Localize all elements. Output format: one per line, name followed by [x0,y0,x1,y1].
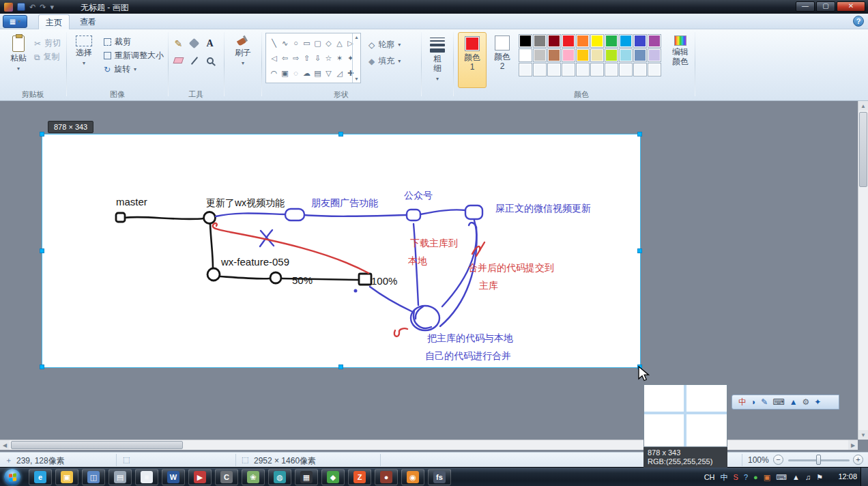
palette-swatch[interactable] [619,34,633,48]
magnifier-tool-icon[interactable] [207,57,214,64]
taskbar-app[interactable]: ▦ [295,469,318,485]
taskbar-app[interactable]: ◆ [321,469,345,485]
brushes-button[interactable]: 刷子 ▾ [228,32,258,88]
zoom-out-button[interactable]: − [773,455,783,465]
help-icon[interactable]: ? [853,16,864,27]
tray-icon[interactable]: S [734,473,738,481]
cut-button[interactable]: ✂剪切 [34,38,61,49]
menu-button[interactable]: ▦▾ [3,15,27,28]
palette-swatch[interactable] [590,63,604,76]
palette-swatch[interactable] [562,34,575,48]
tray-icon[interactable]: ▣ [764,473,770,482]
shape-option[interactable]: ⇦ [280,51,290,66]
selection-handle[interactable] [637,248,642,253]
palette-swatch[interactable] [519,48,532,62]
shape-option[interactable]: ▣ [280,66,290,81]
tray-icon[interactable]: ⌨ [776,473,787,482]
tab-view[interactable]: 查看 [72,14,104,29]
taskbar-app[interactable]: ▤ [108,469,132,485]
select-button[interactable]: 选择 ▾ [69,32,99,88]
horizontal-scrollbar[interactable]: ◀ ▶ [0,440,858,450]
langbar-icon[interactable]: ✦ [814,397,821,407]
color2-button[interactable]: 颜色2 [489,32,516,88]
pencil-tool-icon[interactable]: ✎ [175,38,183,49]
shape-option[interactable]: ▤ [313,66,323,81]
palette-swatch[interactable] [590,34,604,48]
taskbar-clock[interactable]: 12:08 [838,472,857,481]
rotate-button[interactable]: ↻旋转▾ [104,63,136,75]
shape-option[interactable]: ◠ [269,66,279,81]
selection-handle[interactable] [40,248,44,253]
shape-option[interactable]: ✶ [334,51,345,66]
tray-icon[interactable]: CH [704,473,715,481]
selection-handle[interactable] [338,364,343,369]
selection-handle[interactable] [637,132,642,137]
paste-button[interactable]: 粘贴 ▾ [3,32,33,88]
shape-option[interactable]: ☆ [323,51,334,66]
shape-option[interactable]: ▭ [302,35,312,51]
taskbar-app[interactable]: ▣ [55,469,78,485]
shapes-scroll[interactable]: ▲▼ [352,33,360,83]
zoom-in-button[interactable]: + [853,455,863,465]
palette-swatch[interactable] [547,48,561,62]
color1-button[interactable]: 颜色1 [458,32,487,88]
taskbar-app[interactable]: ≡ [135,469,158,485]
eraser-tool-icon[interactable] [173,57,184,63]
scroll-down-icon[interactable]: ▼ [858,430,868,440]
minimize-button[interactable]: — [796,1,815,12]
shape-option[interactable]: ◌ [291,66,301,81]
drawing-canvas[interactable]: master 更新了wx视频功能 wx-feature-059 50% 100%… [42,134,640,367]
palette-swatch[interactable] [633,63,647,76]
resize-button[interactable]: 重新调整大小 [104,50,164,61]
shape-option[interactable]: ◿ [334,66,345,81]
palette-swatch[interactable] [519,63,532,76]
taskbar-app[interactable]: ◉ [401,469,424,485]
scroll-right-icon[interactable]: ▶ [848,440,858,450]
app-icon[interactable] [4,3,13,12]
tray-icon[interactable]: ● [753,473,758,481]
taskbar-app[interactable]: Z [348,469,371,485]
vertical-scroll-thumb[interactable] [859,112,867,187]
taskbar-app[interactable]: ❀ [242,469,265,485]
horizontal-scroll-thumb[interactable] [11,441,183,449]
taskbar-app[interactable]: ▶ [188,469,212,485]
taskbar-app[interactable]: ◍ [268,469,291,485]
close-button[interactable]: ✕ [837,1,865,12]
vertical-scrollbar[interactable]: ▲ ▼ [858,101,868,440]
palette-swatch[interactable] [605,34,618,48]
langbar-icon[interactable]: ◗ [751,397,756,407]
selection-handle[interactable] [338,132,343,137]
show-desktop-button[interactable] [860,468,868,486]
scroll-left-icon[interactable]: ◀ [0,440,10,450]
palette-swatch[interactable] [633,48,647,62]
palette-swatch[interactable] [547,63,561,76]
tray-icon[interactable]: ? [744,473,748,481]
palette-swatch[interactable] [633,34,647,48]
fill-tool-icon[interactable] [189,38,200,49]
selection-handle[interactable] [40,364,44,369]
shape-option[interactable]: ◁ [269,51,279,66]
palette-swatch[interactable] [619,48,633,62]
palette-swatch[interactable] [562,48,575,62]
scroll-up-icon[interactable]: ▲ [858,101,868,111]
langbar-icon[interactable]: ✎ [761,397,768,407]
color-picker-tool-icon[interactable] [190,56,198,64]
tray-icon[interactable]: 中 [721,472,728,483]
palette-swatch[interactable] [605,48,618,62]
langbar-icon[interactable]: ⚙ [802,397,810,407]
save-icon[interactable] [17,3,25,11]
start-button[interactable] [4,469,20,485]
text-tool-icon[interactable]: A [206,38,213,49]
shape-option[interactable]: ∿ [280,35,290,51]
shape-option[interactable]: ⇨ [291,51,301,66]
selection-handle[interactable] [40,132,44,137]
palette-swatch[interactable] [576,34,590,48]
tray-icon[interactable]: ♫ [805,473,811,481]
palette-swatch[interactable] [547,34,561,48]
palette-swatch[interactable] [590,48,604,62]
palette-swatch[interactable] [576,48,590,62]
shape-option[interactable]: ⇩ [313,51,323,66]
qat-dropdown-icon[interactable]: ▾ [50,3,54,12]
crop-button[interactable]: 裁剪 [104,36,131,48]
palette-swatch[interactable] [533,48,547,62]
